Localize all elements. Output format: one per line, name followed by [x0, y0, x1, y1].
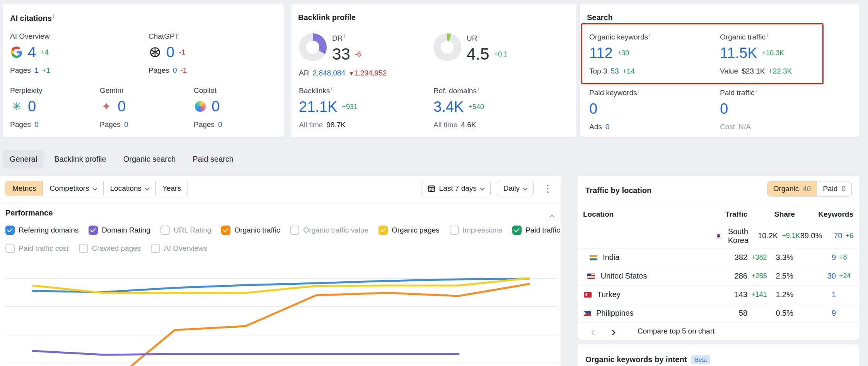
ai-item-value[interactable]: 0 — [118, 98, 126, 115]
location-row-india[interactable]: India382+3823.3%9+8 — [578, 248, 859, 267]
metric-checkbox-domain-rating[interactable]: Domain Rating — [89, 226, 150, 235]
metric-checkbox-ai-overviews[interactable]: AI Overviews — [151, 244, 207, 253]
keywords-value[interactable]: 70 — [819, 231, 842, 240]
location-row-philippines[interactable]: Philippines580.5%9 — [578, 304, 859, 323]
metric-checkbox-paid-traffic-cost[interactable]: Paid traffic cost — [5, 244, 69, 253]
checkbox-unchecked-icon[interactable] — [151, 244, 160, 253]
checkbox-unchecked-icon[interactable] — [79, 244, 88, 253]
share-value: 89.0% — [800, 231, 819, 240]
metric-checkbox-referring-domains[interactable]: Referring domains — [5, 226, 78, 235]
paid-traffic-value[interactable]: 0 — [720, 101, 728, 117]
info-icon[interactable]: i — [53, 13, 55, 19]
metric-checkbox-organic-traffic[interactable]: Organic traffic — [221, 226, 280, 235]
pages-value[interactable]: 1 — [34, 66, 39, 75]
share-value: 1.2% — [774, 290, 793, 299]
info-icon[interactable]: i — [767, 32, 768, 38]
checkbox-unchecked-icon[interactable] — [290, 226, 299, 235]
ai-item-value-row: 0 — [194, 98, 222, 115]
chatgpt-icon — [148, 46, 162, 59]
ai-item-value[interactable]: 4 — [28, 44, 36, 61]
calendar-icon — [428, 185, 435, 192]
checkbox-checked-icon[interactable] — [512, 226, 522, 235]
organic-traffic-value[interactable]: 11.5K — [720, 45, 757, 62]
info-icon[interactable]: i — [344, 33, 345, 39]
perplexity-icon: ✳ — [10, 100, 23, 113]
info-icon[interactable]: i — [478, 33, 479, 39]
info-icon[interactable]: i — [649, 32, 650, 38]
gemini-icon: ✦ — [102, 101, 111, 112]
location-row-united-states[interactable]: United States286+2852.5%30+24 — [578, 267, 859, 286]
toolbar-segment-metrics[interactable]: Metrics — [6, 181, 43, 196]
checkbox-checked-icon[interactable] — [221, 226, 230, 235]
pages-value[interactable]: 0 — [218, 120, 222, 129]
date-range-button[interactable]: Last 7 days — [421, 181, 491, 196]
granularity-button[interactable]: Daily — [497, 181, 534, 196]
checkbox-checked-icon[interactable] — [379, 226, 388, 235]
organic-keywords-by-intent-card: Organic keywords by intent Beta — [578, 344, 859, 366]
backlinks-stat: Backlinksi 21.1K+931 All time98.7K — [299, 86, 358, 129]
column-header-location[interactable]: Location — [583, 210, 693, 219]
toolbar-segment-locations[interactable]: Locations — [103, 181, 155, 196]
tab-general[interactable]: General — [3, 150, 44, 169]
pages-value[interactable]: 0 — [124, 120, 128, 129]
traffic-delta: +285 — [747, 272, 774, 280]
column-header-share[interactable]: Share — [774, 210, 793, 219]
pages-value[interactable]: 0 — [34, 120, 39, 129]
location-row-south-korea[interactable]: South Korea10.2K+9.1K89.0%70+6 — [578, 224, 859, 248]
location-cell: Turkey — [584, 290, 693, 299]
metric-checkbox-label: Paid traffic cost — [19, 244, 69, 253]
paid-traffic-stat: Paid traffici 0 CostN/A — [720, 88, 757, 131]
keywords-value[interactable]: 30 — [793, 272, 836, 280]
location-cell: United States — [587, 272, 693, 280]
share-value: 2.5% — [774, 272, 793, 280]
next-page-icon[interactable]: › — [611, 323, 616, 339]
compare-top5-link[interactable]: Compare top 5 on chart — [638, 327, 715, 335]
toolbar-segment-competitors[interactable]: Competitors — [43, 181, 103, 196]
tab-organic-search[interactable]: Organic search — [117, 150, 182, 169]
checkbox-unchecked-icon[interactable] — [160, 226, 170, 235]
keywords-value[interactable]: 9 — [793, 309, 836, 318]
keywords-value[interactable]: 1 — [793, 290, 836, 299]
paid-keywords-value[interactable]: 0 — [589, 101, 597, 117]
organic-keywords-value[interactable]: 112 — [589, 45, 613, 62]
traffic-delta: +9.1K — [778, 232, 800, 240]
column-header-keywords[interactable]: Keywords — [793, 210, 853, 219]
ar-value[interactable]: 2,848,084 — [312, 69, 345, 77]
checkbox-checked-icon[interactable] — [89, 226, 98, 235]
checkbox-unchecked-icon[interactable] — [450, 226, 459, 235]
pages-label: Pages — [194, 120, 215, 129]
metric-checkbox-paid-traffic[interactable]: Paid traffic — [512, 226, 560, 235]
traffic-toggle-organic[interactable]: Organic40 — [767, 181, 817, 196]
tab-backlink-profile[interactable]: Backlink profile — [48, 150, 113, 169]
ai-item-value[interactable]: 0 — [211, 98, 220, 115]
metric-checkbox-organic-traffic-value[interactable]: Organic traffic value — [290, 226, 368, 235]
collapse-chevron-icon[interactable] — [550, 213, 554, 220]
keywords-value[interactable]: 9 — [793, 253, 836, 262]
column-header-traffic[interactable]: Traffic — [693, 210, 747, 219]
location-row-turkey[interactable]: Turkey143+1411.2%1 — [578, 286, 859, 304]
kebab-menu-icon[interactable]: ⋮ — [540, 181, 556, 195]
ai-item-value[interactable]: 0 — [28, 98, 36, 115]
metric-checkbox-crawled-pages[interactable]: Crawled pages — [79, 244, 141, 253]
checkbox-checked-icon[interactable] — [5, 226, 15, 235]
metric-checkbox-url-rating[interactable]: URL Rating — [160, 226, 211, 235]
chart-toolbar: MetricsCompetitorsLocationsYears Last 7 … — [5, 181, 556, 196]
info-icon[interactable]: i — [638, 88, 639, 94]
ai-item-value[interactable]: 0 — [166, 44, 174, 61]
info-icon[interactable]: i — [331, 86, 332, 92]
metric-checkbox-impressions[interactable]: Impressions — [450, 226, 502, 235]
toolbar-segment-years[interactable]: Years — [155, 181, 188, 196]
traffic-by-location-title: Traffic by location — [585, 186, 651, 195]
pages-value[interactable]: 0 — [173, 66, 177, 75]
prev-page-icon[interactable]: ‹ — [591, 323, 595, 339]
checkbox-unchecked-icon[interactable] — [5, 244, 15, 253]
info-icon[interactable]: i — [478, 86, 479, 92]
top3-value[interactable]: 53 — [610, 67, 619, 75]
ref-domains-value[interactable]: 3.4K — [433, 99, 464, 115]
metric-checkbox-organic-pages[interactable]: Organic pages — [379, 226, 440, 235]
dr-value: 33 — [332, 45, 350, 63]
tab-paid-search[interactable]: Paid search — [186, 150, 240, 169]
info-icon[interactable]: i — [755, 88, 757, 94]
traffic-toggle-paid[interactable]: Paid0 — [817, 181, 851, 196]
backlinks-value[interactable]: 21.1K — [299, 99, 337, 115]
